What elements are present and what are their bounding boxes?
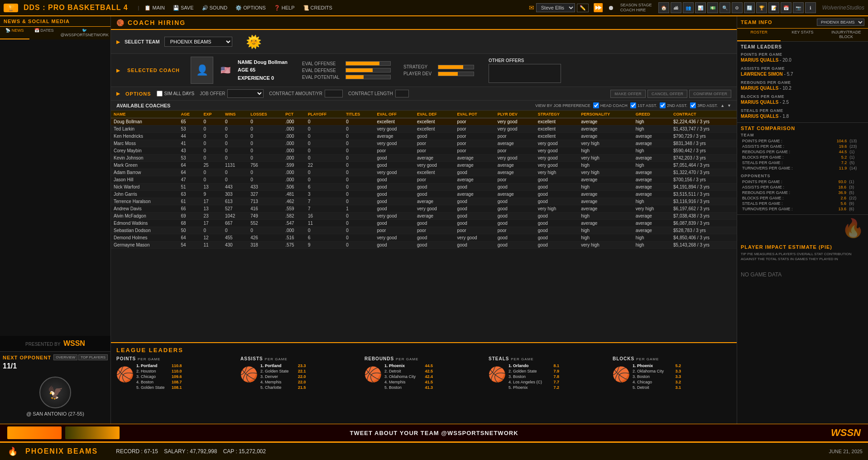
tab-dates[interactable]: 📅 DATES (29, 27, 59, 39)
col-titles[interactable]: TITLES (343, 111, 374, 118)
head-coach-checkbox[interactable]: HEAD COACH (593, 102, 628, 108)
col-playoff[interactable]: PLAYOFF (305, 111, 343, 118)
table-row[interactable]: Andrew Davis6613527416.55971goodvery goo… (111, 205, 737, 213)
col-wins[interactable]: WINS (222, 111, 248, 118)
tab-roster[interactable]: ROSTER (737, 29, 781, 41)
home-button[interactable]: 🏠 (658, 2, 669, 13)
sim-all-days[interactable]: SIM ALL DAYS (157, 91, 195, 97)
table-row[interactable]: Sebastian Dodson50000.00000poorpoorpoorp… (111, 227, 737, 234)
table-row[interactable]: Kevin Johnson53000.00000goodaverageavera… (111, 155, 737, 162)
col-exp[interactable]: EXP (201, 111, 222, 118)
tab-news[interactable]: 📡 NEWS (0, 27, 29, 39)
scroll-up-icon[interactable]: ▲ (720, 103, 724, 108)
select-team-label: SELECT TEAM (125, 39, 160, 44)
tab-key-stats[interactable]: KEY STATS (781, 29, 824, 41)
scroll-down-icon[interactable]: ▼ (727, 103, 731, 108)
camera-button[interactable]: 📷 (793, 2, 804, 13)
team-info-title: TEAM INFO (741, 19, 772, 25)
table-row[interactable]: Ted Larkin53000.00000very goodexcellentp… (111, 126, 737, 133)
contract-amount-input[interactable]: 0 (325, 90, 343, 97)
tab-injury-trade[interactable]: INJURY/TRADE BLOCK (825, 29, 868, 41)
wssn-logo: WSSN (63, 339, 85, 347)
chart-button[interactable]: 📊 (695, 2, 706, 13)
team-logo-main: 🌞 (240, 33, 268, 51)
table-row[interactable]: Alvin McFadgon69231042749.582160very goo… (111, 213, 737, 220)
cancel-offer-button[interactable]: CANCEL OFFER (647, 90, 687, 98)
table-row[interactable]: Adam Barrow64000.00000very goodexcellent… (111, 169, 737, 176)
asst3-checkbox[interactable]: 3RD ASST. (690, 102, 718, 108)
team-select[interactable]: PHOENIX BEAMS (164, 37, 232, 47)
dollar-button[interactable]: 💵 (707, 2, 718, 13)
sim-checkbox[interactable] (157, 91, 163, 97)
table-row[interactable]: Corey Maybin43000.00000poorpoorpoorpoorv… (111, 147, 737, 155)
wssn-tweet-logo: WSSN (831, 427, 861, 439)
table-row[interactable]: Doug Bollman65000.00000excellentexcellen… (111, 118, 737, 126)
trophy-button[interactable]: 🏆 (756, 2, 767, 13)
list-item: 1. Phoenix5.2 (633, 363, 681, 368)
tab-social[interactable]: 🐦 @WSSPORTSNETWORK (59, 27, 110, 39)
table-row[interactable]: Demond Holmes6412455426.51660very goodgo… (111, 234, 737, 242)
overview-button[interactable]: OVERVIEW (53, 354, 77, 360)
col-eval-def[interactable]: EVAL DEF (414, 111, 455, 118)
user-select[interactable]: Steve Ellis (536, 3, 575, 12)
col-strategy[interactable]: STRATEGY (535, 111, 579, 118)
nav-main[interactable]: 📋 MAIN (142, 4, 168, 12)
confirm-offer-button[interactable]: CONFIRM OFFER (689, 90, 731, 98)
points-stat: MARIUS QUALLS - 20.0 (741, 57, 864, 63)
list-item: 5. Golden State108.1 (136, 385, 182, 390)
col-plyr-dev[interactable]: PLYR DEV (495, 111, 535, 118)
col-losses[interactable]: LOSSES (248, 111, 283, 118)
list-item: 2. Houston110.0 (136, 368, 182, 374)
job-offer-select[interactable] (227, 89, 264, 98)
list-item: 4. Chicago3.2 (633, 379, 681, 385)
compose-button[interactable]: ✏️ (577, 4, 589, 12)
record-icon: ⏺ (608, 4, 614, 11)
leader-logo-1: 🏀 (240, 363, 258, 386)
people-button[interactable]: 👥 (683, 2, 694, 13)
table-row[interactable]: Terrence Haralson6117613713.46270goodave… (111, 198, 737, 205)
col-age[interactable]: AGE (178, 111, 201, 118)
other-offers: OTHER OFFERS (489, 58, 561, 83)
col-contract[interactable]: CONTRACT (671, 111, 737, 118)
asst1-checkbox[interactable]: 1ST ASST. (630, 102, 657, 108)
list-item: 4. Memphis22.0 (260, 379, 306, 385)
col-greed[interactable]: GREED (633, 111, 671, 118)
col-eval-off[interactable]: EVAL OFF (374, 111, 414, 118)
leader-logo-3: 🏀 (489, 363, 506, 386)
col-eval-pot[interactable]: EVAL POT (455, 111, 495, 118)
col-pct[interactable]: PCT (283, 111, 305, 118)
table-row[interactable]: Nick Warford5113443433.50660goodgoodgood… (111, 184, 737, 191)
nav-credits[interactable]: 📜 CREDITS (300, 4, 335, 12)
table-row[interactable]: Ken Hendricks44000.00000averagegoodpoorp… (111, 133, 737, 140)
make-offer-button[interactable]: MAKE OFFER (610, 90, 646, 98)
settings-button[interactable]: ⚙ (732, 2, 743, 13)
col-name[interactable]: NAME (111, 111, 178, 118)
table-row[interactable]: Jason Hill47000.00000goodpooraveragepoor… (111, 176, 737, 184)
asst2-checkbox[interactable]: 2ND ASST. (660, 102, 687, 108)
nav-help[interactable]: ❓ HELP (271, 4, 297, 12)
trade-button[interactable]: 🔄 (744, 2, 755, 13)
info-button[interactable]: ℹ (805, 2, 816, 13)
table-row: BLOCKS PER GAME :5.2(1) (741, 155, 864, 160)
contract-button[interactable]: 📝 (768, 2, 779, 13)
search-button[interactable]: 🔍 (719, 2, 730, 13)
team-info-select[interactable]: PHOENIX BEAMS (817, 19, 864, 26)
table-row[interactable]: Marc Moss41000.00000very goodpoorpoorave… (111, 140, 737, 147)
table-row[interactable]: Edmond Watkins6817667552.547110goodgoodg… (111, 220, 737, 227)
table-row[interactable]: Mark Green64251131756.599220goodvery goo… (111, 162, 737, 169)
schedule-button[interactable]: 📅 (781, 2, 791, 13)
pie-title: PLAYER IMPACT ESTIMATE (PIE) (741, 244, 864, 250)
leaders-grid: POINTS PER GAME🏀1. Portland110.82. Houst… (116, 356, 731, 390)
table-row[interactable]: John Garris639303327.48130goodgoodaverag… (111, 191, 737, 198)
nav-options[interactable]: ⚙️ OPTIONS (233, 4, 269, 12)
team-leaders-section: TEAM LEADERS POINTS PER GAME MARIUS QUAL… (737, 42, 868, 123)
table-row[interactable]: Germayne Mason5411430318.57590goodgoodgo… (111, 242, 737, 249)
nav-save[interactable]: 💾 SAVE (170, 4, 197, 12)
tweet-bar: TWEET ABOUT YOUR TEAM @WSSPORTSNETWORK W… (0, 424, 868, 442)
col-personality[interactable]: PERSONALITY (578, 111, 633, 118)
top-players-button[interactable]: TOP PLAYERS (78, 354, 108, 360)
city-button[interactable]: 🏙 (671, 2, 681, 13)
nav-sound[interactable]: 🔊 SOUND (199, 4, 230, 12)
contract-length-input[interactable]: 0 (395, 90, 409, 97)
eval-section: EVAL OFFENSE EVAL DEFENSE EVAL POTENTIAL (302, 61, 391, 80)
